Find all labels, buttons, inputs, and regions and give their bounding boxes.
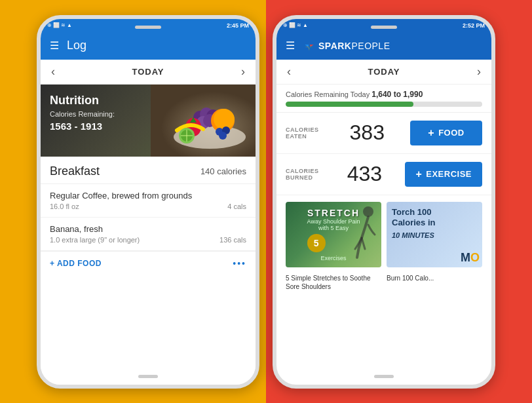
stretch-title: STRETCH: [307, 208, 360, 218]
right-status-icons: ⊕ ⬜ ≋ ▲: [283, 22, 308, 28]
right-status-time: 2:52 PM: [463, 22, 485, 29]
signal-bars-icon: ▲: [67, 22, 72, 28]
calories-burned-left: CALORIES BURNED: [286, 168, 319, 181]
left-phone-speaker: [135, 26, 161, 29]
food-item-2: Banana, fresh 1.0 extra large (9" or lon…: [41, 218, 256, 251]
r-bluetooth-icon: ⊕: [283, 22, 288, 28]
calories-burned-row: CALORIES BURNED 433 + EXERCISE: [276, 154, 491, 195]
right-prev-arrow[interactable]: ‹: [287, 65, 291, 79]
left-app-header: ☰ Log: [41, 32, 256, 60]
calories-burned-value: 433: [347, 162, 382, 186]
svg-point-13: [219, 132, 227, 140]
left-phone: ⊕ ⬜ ≋ ▲ 2:45 PM ☰ Log ‹ TODAY ›: [37, 15, 259, 389]
stretch-subtitle3: Exercises: [307, 255, 360, 261]
left-phone-button[interactable]: [138, 375, 158, 378]
meal-title: Breakfast: [50, 164, 100, 178]
spark-bold-text: SPARK: [318, 41, 351, 51]
food-item-1: Regular Coffee, brewed from grounds 16.0…: [41, 184, 256, 218]
bluetooth-icon: ⊕: [47, 22, 52, 28]
stretch-subtitle: Away Shoulder Pain: [307, 218, 360, 225]
exercise-button-label: EXERCISE: [426, 169, 472, 179]
calories-eaten-left: CALORIES EATEN: [286, 126, 319, 140]
add-food-bar: + ADD FOOD •••: [41, 251, 256, 275]
calories-burned-label2: BURNED: [286, 174, 319, 181]
right-phone-button[interactable]: [374, 375, 394, 378]
moyo-m-letter: M: [461, 251, 470, 264]
calories-eaten-label: CALORIES: [286, 126, 319, 133]
signal-icon: ⬜: [53, 22, 60, 28]
torch-card[interactable]: Torch 100 Calories in 10 MINUTES MO: [387, 202, 482, 267]
torch-title-2: Calories in: [392, 218, 435, 229]
plus-icon-food: +: [428, 127, 434, 139]
right-nav-bar: ‹ TODAY ›: [276, 60, 491, 85]
torch-title-1: Torch 100: [392, 207, 431, 218]
calories-eaten-label2: EATEN: [286, 133, 319, 140]
left-today-label: TODAY: [132, 67, 164, 77]
food-serving-2: 1.0 extra large (9" or longer): [50, 236, 140, 244]
plus-icon-exercise: +: [415, 168, 422, 180]
calories-progress-bar: [286, 102, 482, 107]
food-detail-2: 1.0 extra large (9" or longer) 136 cals: [50, 236, 246, 244]
stretch-card[interactable]: STRETCH Away Shoulder Pain with 5 Easy 5…: [286, 202, 381, 267]
cards-captions: 5 Simple Stretches to Soothe Sore Should…: [276, 274, 491, 296]
nutrition-banner: Nutrition Calories Remaining: 1563 - 191…: [41, 85, 256, 157]
breakfast-header: Breakfast 140 calories: [41, 157, 256, 184]
stretch-subtitle2: with 5 Easy: [307, 225, 360, 231]
left-prev-arrow[interactable]: ‹: [51, 65, 55, 79]
torch-title-3: 10 MINUTES: [392, 231, 434, 239]
left-menu-icon[interactable]: ☰: [50, 39, 59, 52]
wifi-icon: ≋: [61, 22, 66, 28]
left-content-area: Breakfast 140 calories Regular Coffee, b…: [41, 157, 256, 385]
left-status-icons: ⊕ ⬜ ≋ ▲: [47, 22, 72, 28]
right-app-header: ☰: [276, 32, 491, 60]
svg-point-8: [214, 109, 235, 130]
cal-remaining-label: Calories Remaining Today: [286, 90, 370, 98]
moyo-logo: MO: [461, 251, 480, 265]
r-wifi-icon: ≋: [297, 22, 301, 28]
nutrition-text: Nutrition Calories Remaining: 1563 - 191…: [50, 94, 115, 132]
left-nav-bar: ‹ TODAY ›: [41, 60, 256, 85]
calories-range: 1563 - 1913: [50, 121, 115, 132]
more-options-button[interactable]: •••: [233, 258, 246, 269]
calories-remaining-text: Calories Remaining Today 1,640 to 1,990: [286, 90, 482, 99]
nutrition-title: Nutrition: [50, 94, 115, 107]
food-cals-2: 136 cals: [219, 236, 246, 244]
calories-progress-fill: [286, 102, 413, 107]
calories-eaten-value: 383: [350, 121, 385, 145]
calories-grid: CALORIES EATEN 383 + FOOD CALORIES BURNE…: [276, 113, 491, 195]
add-food-button[interactable]: + ADD FOOD: [50, 259, 102, 268]
right-phone-speaker: [371, 26, 397, 29]
food-cals-1: 4 cals: [227, 202, 246, 210]
stretch-number: 5: [307, 234, 326, 252]
left-next-arrow[interactable]: ›: [241, 65, 245, 79]
right-next-arrow[interactable]: ›: [477, 65, 481, 79]
calories-remaining-bar: Calories Remaining Today 1,640 to 1,990: [276, 85, 491, 113]
moyo-o-letter: O: [470, 251, 480, 264]
left-status-time: 2:45 PM: [227, 22, 249, 29]
food-detail-1: 16.0 fl oz 4 cals: [50, 202, 246, 210]
meal-calories: 140 calories: [200, 166, 246, 176]
food-button-label: FOOD: [438, 128, 465, 138]
r-signal-icon: ⬜: [289, 22, 295, 28]
stretch-caption: 5 Simple Stretches to Soothe Sore Should…: [286, 274, 381, 291]
add-exercise-button[interactable]: + EXERCISE: [405, 162, 482, 187]
left-app-title: Log: [67, 39, 246, 52]
food-name-2: Banana, fresh: [50, 224, 246, 234]
right-today-label: TODAY: [368, 67, 400, 77]
fruit-bowl: [151, 85, 256, 157]
right-phone: ⊕ ⬜ ≋ ▲ 2:52 PM ☰: [273, 15, 495, 389]
sparkpeople-logo: SPARKPEOPLE: [303, 39, 390, 52]
cal-remaining-range: 1,640 to 1,990: [371, 90, 423, 99]
phones-container: ⊕ ⬜ ≋ ▲ 2:45 PM ☰ Log ‹ TODAY ›: [0, 0, 532, 403]
nutrition-subtitle: Calories Remaining:: [50, 110, 115, 118]
stretch-card-image: STRETCH Away Shoulder Pain with 5 Easy 5…: [286, 202, 381, 267]
cards-row: STRETCH Away Shoulder Pain with 5 Easy 5…: [276, 195, 491, 274]
add-food-button-right[interactable]: + FOOD: [410, 121, 482, 145]
spark-star-icon: [303, 39, 316, 52]
food-serving-1: 16.0 fl oz: [50, 202, 79, 210]
food-name-1: Regular Coffee, brewed from grounds: [50, 191, 246, 201]
calories-eaten-row: CALORIES EATEN 383 + FOOD: [276, 113, 491, 154]
torch-card-image: Torch 100 Calories in 10 MINUTES MO: [387, 202, 482, 267]
right-menu-icon[interactable]: ☰: [286, 39, 295, 52]
calories-burned-label: CALORIES: [286, 168, 319, 174]
